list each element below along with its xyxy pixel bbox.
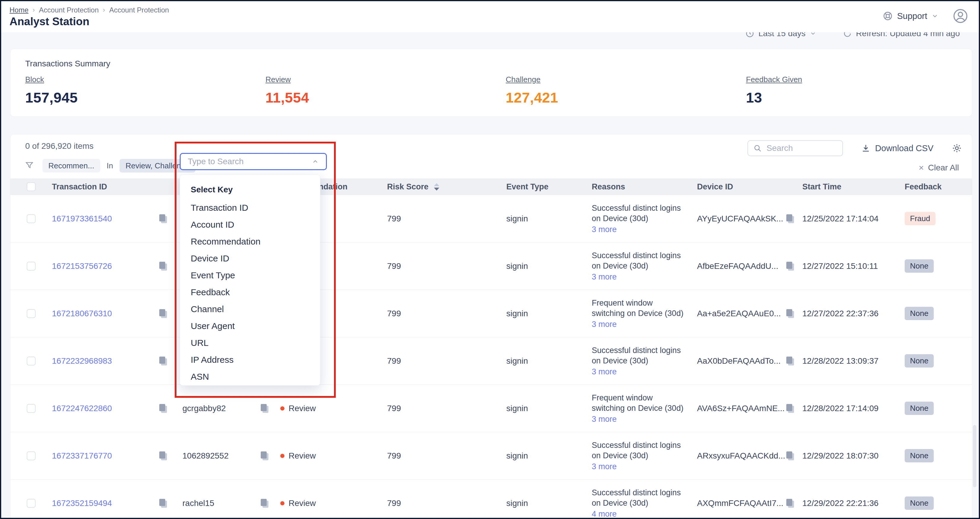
row-checkbox[interactable] xyxy=(27,357,36,365)
dropdown-option[interactable]: Event Type xyxy=(180,267,320,284)
select-all-checkbox[interactable] xyxy=(27,182,36,191)
row-checkbox[interactable] xyxy=(27,262,36,271)
copy-icon[interactable] xyxy=(786,262,794,271)
transaction-id-link[interactable]: 1672247622860 xyxy=(52,404,112,413)
breadcrumb-home[interactable]: Home xyxy=(10,6,29,14)
metric-feedback-given-label[interactable]: Feedback Given xyxy=(746,75,802,84)
copy-icon[interactable] xyxy=(786,451,794,460)
risk-score-value: 799 xyxy=(387,498,401,508)
start-time-value: 12/28/2022 17:14:09 xyxy=(802,404,878,413)
transaction-id-link[interactable]: 1672352159494 xyxy=(52,498,112,508)
copy-icon[interactable] xyxy=(786,309,794,318)
table-row: 1671973361540 799 signin Successful dist… xyxy=(10,195,972,243)
transaction-id-link[interactable]: 1671973361540 xyxy=(52,214,112,224)
row-checkbox[interactable] xyxy=(27,214,36,223)
close-icon: × xyxy=(919,163,924,173)
breadcrumb-item[interactable]: Account Protection xyxy=(39,6,99,14)
chevron-down-icon xyxy=(931,13,939,19)
download-csv-button[interactable]: Download CSV xyxy=(861,143,934,153)
event-type-value: signin xyxy=(506,451,528,460)
sort-icon[interactable] xyxy=(434,183,439,190)
support-menu[interactable]: Support xyxy=(883,11,939,21)
metric-block: Block 157,945 xyxy=(25,75,266,106)
more-reasons-link[interactable]: 3 more xyxy=(592,367,697,376)
dropdown-option[interactable]: Device ID xyxy=(180,250,320,267)
risk-score-value: 799 xyxy=(387,262,401,271)
gear-icon xyxy=(952,143,962,153)
page-title: Analyst Station xyxy=(10,16,89,28)
copy-icon[interactable] xyxy=(786,404,794,413)
filter-chip-key[interactable]: Recommen... xyxy=(42,159,100,173)
user-avatar-icon[interactable] xyxy=(953,8,968,24)
transaction-id-link[interactable]: 1672337176770 xyxy=(52,451,112,460)
column-transaction-id[interactable]: Transaction ID xyxy=(52,182,182,192)
copy-icon[interactable] xyxy=(159,451,167,460)
row-checkbox[interactable] xyxy=(27,451,36,460)
clear-all-button[interactable]: × Clear All xyxy=(919,163,959,173)
copy-icon[interactable] xyxy=(261,499,269,508)
row-checkbox[interactable] xyxy=(27,309,36,318)
dropdown-option[interactable]: Feedback xyxy=(180,284,320,300)
device-id-value: AaX0bDeFAQAAdTo... xyxy=(697,356,781,366)
column-start-time[interactable]: Start Time xyxy=(802,182,905,192)
more-reasons-link[interactable]: 3 more xyxy=(592,320,697,329)
copy-icon[interactable] xyxy=(159,214,167,223)
summary-metrics: Block 157,945 Review 11,554 Challenge 12… xyxy=(25,75,980,106)
dropdown-option[interactable]: ASN xyxy=(180,368,320,385)
more-reasons-link[interactable]: 3 more xyxy=(592,462,697,471)
column-feedback[interactable]: Feedback xyxy=(905,182,972,192)
copy-icon[interactable] xyxy=(159,357,167,365)
more-reasons-link[interactable]: 3 more xyxy=(592,415,697,424)
transaction-id-link[interactable]: 1672232968983 xyxy=(52,356,112,366)
support-label: Support xyxy=(897,11,927,21)
chevron-up-icon xyxy=(312,158,319,165)
vertical-scrollbar[interactable] xyxy=(973,425,977,487)
copy-icon[interactable] xyxy=(786,499,794,508)
dropdown-option[interactable]: IP Address xyxy=(180,351,320,368)
more-reasons-link[interactable]: 3 more xyxy=(592,272,697,282)
row-checkbox[interactable] xyxy=(27,404,36,413)
copy-icon[interactable] xyxy=(786,357,794,365)
row-checkbox[interactable] xyxy=(27,499,36,508)
table-row: 1672337176770 1062892552 Review 799 sign… xyxy=(10,432,972,479)
metric-challenge-label[interactable]: Challenge xyxy=(506,75,541,84)
dropdown-option[interactable]: User Agent xyxy=(180,317,320,334)
device-id-value: AYyEyUCFAQAAkSK... xyxy=(697,214,783,224)
dropdown-option[interactable]: Account ID xyxy=(180,216,320,233)
copy-icon[interactable] xyxy=(261,404,269,413)
more-reasons-link[interactable]: 4 more xyxy=(592,509,697,519)
device-id-value: AXQmmFCFAQAAtI7... xyxy=(697,498,783,508)
copy-icon[interactable] xyxy=(159,404,167,413)
dropdown-option[interactable]: Channel xyxy=(180,300,320,317)
feedback-badge: None xyxy=(905,354,934,368)
copy-icon[interactable] xyxy=(159,499,167,508)
filter-key-select[interactable]: Type to Search xyxy=(180,153,327,170)
dropdown-option[interactable]: Transaction ID xyxy=(180,199,320,216)
table-settings-button[interactable] xyxy=(952,143,962,153)
copy-icon[interactable] xyxy=(261,451,269,460)
dropdown-option[interactable]: URL xyxy=(180,334,320,351)
dropdown-option[interactable]: Recommendation xyxy=(180,233,320,250)
event-type-value: signin xyxy=(506,214,528,223)
metric-review-label[interactable]: Review xyxy=(266,75,291,84)
metric-block-label[interactable]: Block xyxy=(25,75,44,84)
reason-line: Successful distinct logins xyxy=(592,345,697,356)
copy-icon[interactable] xyxy=(159,262,167,271)
column-reasons[interactable]: Reasons xyxy=(592,182,697,192)
copy-icon[interactable] xyxy=(786,214,794,223)
search-input[interactable] xyxy=(766,143,834,153)
column-risk-score[interactable]: Risk Score xyxy=(369,182,490,192)
table-search[interactable] xyxy=(748,140,843,156)
copy-icon[interactable] xyxy=(159,309,167,318)
column-event-type[interactable]: Event Type xyxy=(490,182,592,192)
more-reasons-link[interactable]: 3 more xyxy=(592,225,697,234)
table-row: 1672153756726 799 signin Successful dist… xyxy=(10,243,972,290)
table-header-row: Transaction ID Recommendation Risk Score… xyxy=(10,178,972,195)
metric-review: Review 11,554 xyxy=(266,75,506,106)
start-time-value: 12/25/2022 17:14:04 xyxy=(802,214,878,223)
reason-line: on Device (30d) xyxy=(592,356,697,366)
transaction-id-link[interactable]: 1672153756726 xyxy=(52,262,112,271)
event-type-value: signin xyxy=(506,309,528,318)
transaction-id-link[interactable]: 1672180676310 xyxy=(52,309,112,318)
column-device-id[interactable]: Device ID xyxy=(697,182,802,192)
